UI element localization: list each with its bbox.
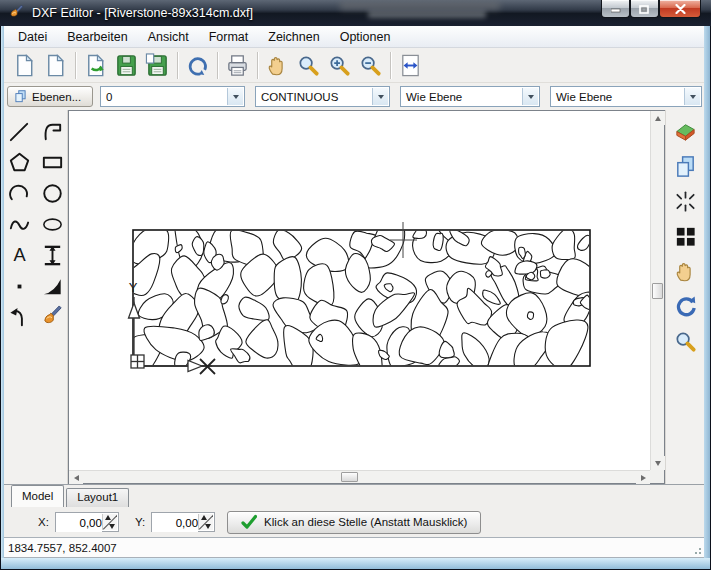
leader-tool-button[interactable] — [5, 304, 33, 330]
blocks-tool-button[interactable] — [671, 223, 699, 249]
vertical-scrollbar[interactable] — [650, 111, 664, 470]
line-icon — [7, 119, 32, 144]
scroll-down-button[interactable] — [651, 456, 665, 470]
layer-value: 0 — [106, 91, 112, 103]
tab-layout1[interactable]: Layout1 — [66, 488, 129, 507]
fit-width-button[interactable] — [395, 51, 426, 80]
horizontal-scroll-thumb[interactable] — [341, 472, 358, 482]
polygon-tool-button[interactable] — [5, 149, 33, 175]
window-title: DXF Editor - [Riverstone-89x314cm.dxf] — [32, 6, 253, 20]
click-here-button[interactable]: Klick an diese Stelle (Anstatt Mausklick… — [227, 511, 481, 534]
explode-tool-button[interactable] — [671, 188, 699, 214]
text-tool-button[interactable]: A — [5, 242, 33, 268]
y-spinner[interactable] — [198, 514, 213, 530]
y-input[interactable] — [152, 514, 198, 532]
scroll-right-button[interactable] — [636, 471, 650, 484]
x-label: X: — [38, 516, 49, 528]
svg-text:A: A — [13, 244, 26, 265]
scroll-up-button[interactable] — [651, 111, 665, 125]
undo-icon — [185, 53, 210, 78]
rotate-tool-button[interactable] — [671, 293, 699, 319]
circle-tool-button[interactable] — [38, 180, 66, 206]
titlebar: DXF Editor - [Riverstone-89x314cm.dxf] — [0, 0, 711, 26]
lineweight-combobox[interactable]: Wie Ebene — [550, 86, 702, 107]
toolbar-separator — [390, 52, 391, 79]
save-icon — [114, 53, 139, 78]
copy-icon — [673, 154, 698, 179]
blurred-watermark — [368, 11, 486, 18]
tab-model[interactable]: Model — [11, 485, 64, 507]
new-file-icon — [12, 53, 37, 78]
zoom-button[interactable] — [293, 51, 324, 80]
zoom-out-button[interactable] — [355, 51, 386, 80]
open-file-button[interactable] — [80, 51, 111, 80]
save-as-icon — [145, 53, 170, 78]
menu-format[interactable]: Format — [199, 28, 259, 46]
point-tool-button[interactable] — [5, 273, 33, 299]
menubar: DateiBearbeitenAnsichtFormatZeichnenOpti… — [4, 26, 704, 48]
chevron-down-icon — [528, 95, 534, 99]
text-icon: A — [7, 243, 32, 268]
layout-tabs: ModelLayout1 — [4, 484, 704, 507]
y-input-wrap — [151, 512, 215, 532]
zoom-out-icon — [358, 53, 383, 78]
toolbar-separator — [217, 52, 218, 79]
new-file-2-button[interactable] — [40, 51, 71, 80]
save-button[interactable] — [111, 51, 142, 80]
line-tool-button[interactable] — [5, 118, 33, 144]
spline-tool-button[interactable] — [5, 211, 33, 237]
menu-zeichnen[interactable]: Zeichnen — [258, 28, 329, 46]
explode-icon — [673, 189, 698, 214]
zoom-window-icon — [673, 329, 698, 354]
ellipse-icon — [40, 212, 65, 237]
pan-button[interactable] — [262, 51, 293, 80]
restore-button[interactable] — [630, 0, 659, 18]
layers-button[interactable]: Ebenen... — [7, 86, 93, 107]
app-icon — [8, 5, 25, 22]
menu-ansicht[interactable]: Ansicht — [138, 28, 199, 46]
x-spinner[interactable] — [102, 514, 117, 530]
modify-tool-palette — [665, 110, 704, 484]
close-button[interactable] — [659, 0, 701, 18]
zoom-window-tool-button[interactable] — [671, 328, 699, 354]
vertical-scroll-thumb[interactable] — [652, 283, 663, 299]
scroll-left-button[interactable] — [69, 471, 83, 484]
arc-icon — [7, 181, 32, 206]
menu-optionen[interactable]: Optionen — [330, 28, 401, 46]
new-file-button[interactable] — [9, 51, 40, 80]
click-here-label: Klick an diese Stelle (Anstatt Mausklick… — [264, 516, 467, 528]
dimension-tool-button[interactable] — [38, 242, 66, 268]
horizontal-scrollbar[interactable] — [69, 470, 650, 483]
linetype-combobox[interactable]: CONTINUOUS — [255, 86, 390, 107]
zoom-icon — [296, 53, 321, 78]
menu-bearbeiten[interactable]: Bearbeiten — [57, 28, 137, 46]
brush-tool-button[interactable] — [38, 304, 66, 330]
hatch-tool-button[interactable] — [38, 273, 66, 299]
blocks-icon — [673, 224, 698, 249]
x-input[interactable] — [56, 514, 102, 532]
coordinate-controls: X: Y: Klick an diese Stelle (Anstatt Mau… — [4, 507, 704, 537]
rectangle-tool-button[interactable] — [38, 149, 66, 175]
undo-button[interactable] — [182, 51, 213, 80]
zoom-in-icon — [327, 53, 352, 78]
resize-grip[interactable] — [690, 543, 702, 555]
drawing-canvas[interactable]: Y — [68, 110, 665, 484]
spline-icon — [7, 212, 32, 237]
menu-datei[interactable]: Datei — [8, 28, 57, 46]
print-button[interactable] — [222, 51, 253, 80]
arc-tool-button[interactable] — [5, 180, 33, 206]
move-hand-tool-button[interactable] — [671, 258, 699, 284]
rectangle-icon — [40, 150, 65, 175]
copy-tool-button[interactable] — [671, 153, 699, 179]
color-combobox[interactable]: Wie Ebene — [400, 86, 540, 107]
layer-combobox[interactable]: 0 — [100, 86, 245, 107]
ellipse-tool-button[interactable] — [38, 211, 66, 237]
polyline-tool-button[interactable] — [38, 118, 66, 144]
dimension-icon — [40, 243, 65, 268]
polyline-icon — [40, 119, 65, 144]
minimize-button[interactable] — [601, 0, 630, 18]
save-as-button[interactable] — [142, 51, 173, 80]
eraser-tool-button[interactable] — [671, 118, 699, 144]
eraser-icon — [673, 119, 698, 144]
zoom-in-button[interactable] — [324, 51, 355, 80]
